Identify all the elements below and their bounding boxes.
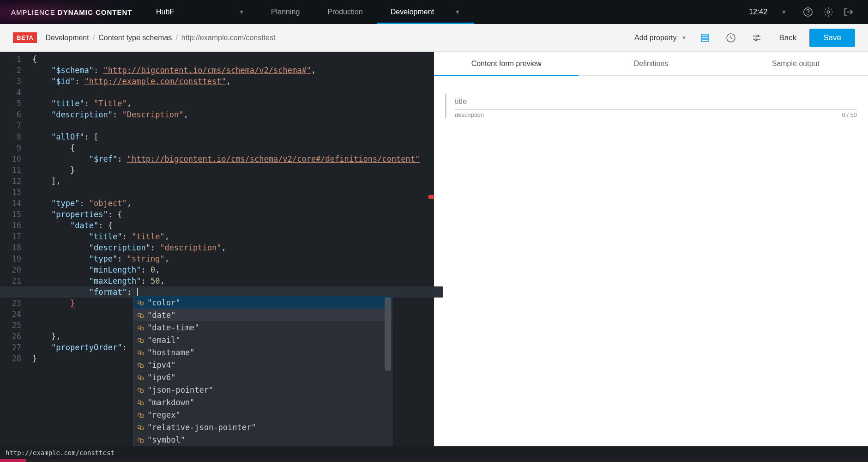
tab-definitions[interactable]: Definitions <box>579 52 723 75</box>
form-field-title: description 0 / 50 <box>445 94 857 118</box>
crumb-schemas[interactable]: Content type schemas <box>98 34 172 42</box>
toolbar-right: Add property ▼ Back Save <box>633 29 855 47</box>
autocomplete-item[interactable]: "hostname" <box>133 346 392 359</box>
error-marker[interactable] <box>428 195 434 199</box>
autocomplete-item[interactable]: "email" <box>133 334 392 346</box>
top-nav-bar: AMPLIENCE DYNAMIC CONTENT HubF ▼ Plannin… <box>0 0 868 24</box>
crumb-current: http://example.com/consttest <box>181 34 276 42</box>
status-bar: http://example.com/consttest <box>0 446 868 459</box>
svg-rect-5 <box>701 40 709 42</box>
hub-dropdown[interactable]: HubF ▼ <box>143 0 257 24</box>
value-icon <box>137 424 145 431</box>
history-icon[interactable] <box>722 29 740 47</box>
autocomplete-label: "ipv6" <box>147 373 175 382</box>
crumb-development[interactable]: Development <box>45 34 89 42</box>
clock-time: 12:42 <box>749 8 767 16</box>
value-icon <box>137 436 145 444</box>
svg-point-7 <box>757 35 759 37</box>
autocomplete-item[interactable]: "regex" <box>133 408 392 421</box>
value-icon <box>137 361 145 369</box>
value-icon <box>137 411 145 419</box>
title-input[interactable] <box>455 94 857 109</box>
autocomplete-item[interactable]: "date" <box>133 309 392 321</box>
autocomplete-label: "color" <box>147 298 181 307</box>
autocomplete-label: "markdown" <box>147 398 194 407</box>
autocomplete-item[interactable]: "date-time" <box>133 321 392 334</box>
line-gutter: 1234567891011121314151617181920212223242… <box>0 52 26 364</box>
tab-planning[interactable]: Planning <box>257 0 313 24</box>
toolbar: BETA Development / Content type schemas … <box>0 24 868 52</box>
autocomplete-label: "email" <box>147 335 181 345</box>
logo-thin: AMPLIENCE <box>11 8 58 16</box>
gear-icon[interactable] <box>820 4 837 20</box>
logo-bold: DYNAMIC CONTENT <box>58 8 133 16</box>
logo: AMPLIENCE DYNAMIC CONTENT <box>0 0 143 24</box>
nav-tabs: Planning Production Development ▼ <box>257 0 474 24</box>
autocomplete-label: "relative-json-pointer" <box>147 423 256 432</box>
autocomplete-item[interactable]: "ipv6" <box>133 371 392 383</box>
tab-content-form-preview[interactable]: Content form preview <box>434 52 579 75</box>
autocomplete-item[interactable]: "symbol" <box>133 433 392 446</box>
svg-point-2 <box>827 11 830 13</box>
chevron-down-icon: ▼ <box>681 35 687 41</box>
logout-icon[interactable] <box>840 4 857 20</box>
svg-rect-4 <box>701 37 709 39</box>
outline-view-icon[interactable] <box>696 29 714 47</box>
autocomplete-label: "json-pointer" <box>147 385 213 395</box>
settings-sliders-icon[interactable] <box>747 29 766 47</box>
autocomplete-item[interactable]: "ipv4" <box>133 359 392 371</box>
autocomplete-popup: "color""date""date-time""email""hostname… <box>133 296 392 446</box>
clock-dropdown[interactable]: 12:42 ▼ <box>749 8 787 16</box>
bottom-accent <box>0 459 868 462</box>
autocomplete-label: "ipv4" <box>147 360 175 370</box>
autocomplete-item[interactable]: "markdown" <box>133 396 392 408</box>
value-icon <box>137 386 145 394</box>
chevron-down-icon: ▼ <box>239 9 244 15</box>
autocomplete-label: "hostname" <box>147 348 194 357</box>
autocomplete-label: "regex" <box>147 410 181 419</box>
preview-pane: Content form preview Definitions Sample … <box>434 52 868 446</box>
top-right-controls: 12:42 ▼ <box>749 4 868 20</box>
field-description-label: description <box>455 111 484 118</box>
save-button[interactable]: Save <box>809 29 855 47</box>
preview-tabs: Content form preview Definitions Sample … <box>434 52 868 76</box>
autocomplete-item[interactable]: "relative-json-pointer" <box>133 421 392 433</box>
value-icon <box>137 374 145 381</box>
tab-sample-output[interactable]: Sample output <box>723 52 868 75</box>
add-property-dropdown[interactable]: Add property ▼ <box>633 30 689 46</box>
autocomplete-label: "symbol" <box>147 435 185 444</box>
value-icon <box>137 399 145 406</box>
slash: / <box>175 34 177 42</box>
help-icon[interactable] <box>800 4 816 20</box>
value-icon <box>137 336 145 344</box>
autocomplete-scrollbar[interactable] <box>385 297 391 371</box>
add-property-label: Add property <box>634 34 677 42</box>
tab-development-label: Development <box>391 8 434 16</box>
tab-production[interactable]: Production <box>313 0 377 24</box>
beta-badge: BETA <box>13 32 37 43</box>
value-icon <box>137 349 145 356</box>
breadcrumb: Development / Content type schemas / htt… <box>45 34 275 42</box>
autocomplete-label: "date-time" <box>147 323 199 332</box>
hub-name: HubF <box>156 8 174 16</box>
slash: / <box>93 34 95 42</box>
svg-rect-3 <box>701 34 709 36</box>
value-icon <box>137 311 145 319</box>
autocomplete-item[interactable]: "json-pointer" <box>133 383 392 396</box>
value-icon <box>137 299 145 306</box>
form-preview-area: description 0 / 50 <box>434 76 868 118</box>
autocomplete-item[interactable]: "color" <box>133 296 392 309</box>
svg-point-8 <box>755 39 757 41</box>
value-icon <box>137 324 145 331</box>
autocomplete-label: "date" <box>147 310 175 320</box>
chevron-down-icon: ▼ <box>455 9 460 15</box>
back-button[interactable]: Back <box>773 33 802 43</box>
tab-development[interactable]: Development ▼ <box>377 0 474 24</box>
status-text: http://example.com/consttest <box>6 449 115 456</box>
main-split: 1234567891011121314151617181920212223242… <box>0 52 868 446</box>
svg-point-1 <box>808 14 808 15</box>
chevron-down-icon: ▼ <box>781 9 787 15</box>
code-editor[interactable]: 1234567891011121314151617181920212223242… <box>0 52 434 446</box>
field-char-counter: 0 / 50 <box>842 111 857 118</box>
